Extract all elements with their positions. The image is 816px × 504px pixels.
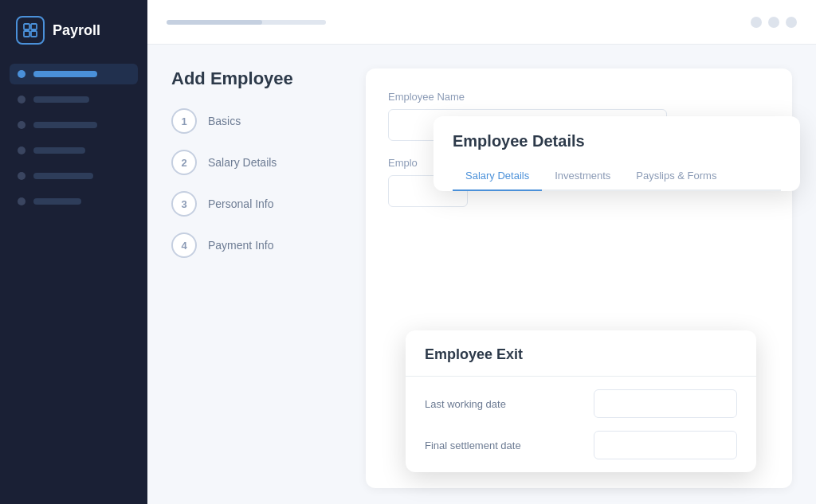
sidebar-dot-5: [18, 172, 26, 180]
svg-rect-3: [31, 31, 37, 37]
topbar-circle-3[interactable]: [786, 17, 797, 28]
tab-payslips-forms[interactable]: Payslips & Forms: [623, 163, 729, 191]
last-working-date-label: Last working date: [425, 398, 506, 410]
sidebar-nav: [0, 64, 147, 212]
step-number-1: 1: [171, 108, 197, 134]
step-label-personal: Personal Info: [208, 197, 274, 210]
topbar-actions: [751, 17, 797, 28]
sidebar-line-6: [33, 198, 81, 205]
step-label-basics: Basics: [208, 115, 241, 127]
form-area: Employee Name Emplo Employee Details Sal…: [366, 68, 792, 488]
sidebar-line-4: [33, 147, 85, 154]
step-payment[interactable]: 4 Payment Info: [171, 232, 347, 258]
sidebar-dot-active: [18, 70, 26, 78]
main-content: Add Employee 1 Basics 2 Salary Details 3…: [147, 0, 816, 504]
topbar-circle-1[interactable]: [751, 17, 762, 28]
employee-details-header: Employee Details Salary Details Investme…: [434, 116, 800, 191]
employee-name-label: Employee Name: [388, 91, 770, 103]
step-basics[interactable]: 1 Basics: [171, 108, 347, 134]
step-number-4: 4: [171, 232, 197, 258]
step-salary[interactable]: 2 Salary Details: [171, 150, 347, 175]
sidebar: Payroll: [0, 0, 147, 504]
progress-fill: [167, 20, 262, 25]
step-label-salary: Salary Details: [208, 156, 277, 169]
sidebar-line-3: [33, 122, 97, 128]
tabs-container: Salary Details Investments Payslips & Fo…: [453, 163, 781, 191]
content-area: Add Employee 1 Basics 2 Salary Details 3…: [147, 45, 816, 504]
svg-rect-0: [24, 24, 29, 29]
sidebar-line-5: [33, 173, 93, 179]
progress-bar: [167, 20, 326, 25]
payroll-logo-icon: [16, 16, 45, 45]
sidebar-dot-3: [18, 121, 26, 129]
sidebar-item-3[interactable]: [10, 115, 138, 135]
final-settlement-input[interactable]: [594, 431, 737, 459]
sidebar-logo-text: Payroll: [53, 22, 100, 39]
sidebar-line-2: [33, 96, 89, 103]
sidebar-dot-6: [18, 197, 26, 205]
step-number-3: 3: [171, 191, 197, 217]
page-title: Add Employee: [171, 68, 347, 89]
sidebar-dot-4: [18, 147, 26, 154]
employee-exit-body: Last working date Final settlement date: [406, 377, 756, 472]
svg-rect-1: [31, 24, 37, 29]
sidebar-item-4[interactable]: [10, 140, 138, 161]
sidebar-item-2[interactable]: [10, 89, 138, 110]
employee-details-title: Employee Details: [453, 132, 781, 150]
steps-list: 1 Basics 2 Salary Details 3 Personal Inf…: [171, 108, 347, 258]
step-personal[interactable]: 3 Personal Info: [171, 191, 347, 217]
final-settlement-label: Final settlement date: [425, 440, 521, 451]
sidebar-dot-2: [18, 96, 26, 104]
last-working-date-field: Last working date: [425, 389, 737, 418]
sidebar-item-1[interactable]: [10, 64, 138, 84]
employee-exit-title: Employee Exit: [425, 346, 737, 363]
sidebar-logo: Payroll: [0, 16, 147, 64]
employee-exit-header: Employee Exit: [406, 330, 756, 377]
step-label-payment: Payment Info: [208, 239, 274, 252]
sidebar-item-5[interactable]: [10, 166, 138, 186]
left-panel: Add Employee 1 Basics 2 Salary Details 3…: [171, 68, 347, 488]
step-number-2: 2: [171, 150, 197, 175]
svg-rect-2: [24, 31, 29, 37]
sidebar-line-1: [33, 71, 97, 77]
topbar: [147, 0, 816, 45]
employee-details-card: Employee Details Salary Details Investme…: [434, 116, 800, 191]
topbar-circle-2[interactable]: [768, 17, 779, 28]
last-working-date-input[interactable]: [594, 389, 737, 418]
tab-salary-details[interactable]: Salary Details: [453, 163, 542, 191]
final-settlement-field: Final settlement date: [425, 431, 737, 459]
sidebar-item-6[interactable]: [10, 191, 138, 212]
tab-investments[interactable]: Investments: [542, 163, 623, 191]
employee-exit-card: Employee Exit Last working date Final se…: [406, 330, 756, 472]
